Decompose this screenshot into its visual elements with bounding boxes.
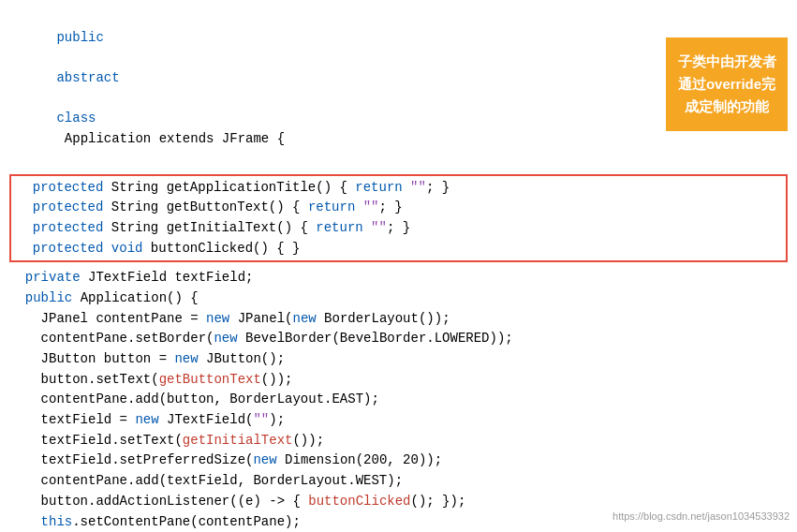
space2: [56, 91, 64, 106]
code-line-9: textField.setText(getInitialText());: [9, 431, 788, 451]
highlight-line-2: protected String getButtonText() { retur…: [17, 198, 780, 218]
code-line-1: private JTextField textField;: [9, 268, 788, 288]
highlighted-block: protected String getApplicationTitle() {…: [9, 174, 788, 263]
code-line-4: contentPane.setBorder(new BevelBorder(Be…: [9, 329, 788, 349]
main-container: public abstract class Application extend…: [0, 0, 797, 532]
highlight-line-4: protected void buttonClicked() { }: [17, 239, 780, 259]
keyword-abstract: abstract: [56, 70, 119, 85]
class-name: Application extends JFrame {: [56, 131, 285, 146]
code-line-3: JPanel contentPane = new JPanel(new Bord…: [9, 309, 788, 330]
code-block-content: protected String getApplicationTitle() {…: [17, 178, 780, 259]
space1: [56, 50, 64, 65]
annotation-box: 子类中由开发者通过override完成定制的功能: [666, 37, 788, 131]
code-area: public abstract class Application extend…: [0, 0, 797, 532]
code-line-10: textField.setPreferredSize(new Dimension…: [9, 451, 788, 471]
code-line-5: JButton button = new JButton();: [9, 349, 788, 370]
watermark: https://blog.csdn.net/jason1034533932: [613, 509, 790, 525]
keyword-public: public: [56, 30, 103, 45]
code-line-2: public Application() {: [9, 288, 788, 309]
code-line-6: button.setText(getButtonText());: [9, 370, 788, 391]
highlight-line-1: protected String getApplicationTitle() {…: [17, 178, 780, 199]
code-line-7: contentPane.add(button, BorderLayout.EAS…: [9, 390, 788, 410]
highlight-line-3: protected String getInitialText() { retu…: [17, 218, 780, 239]
annotation-text: 子类中由开发者通过override完成定制的功能: [678, 53, 776, 114]
code-line-11: contentPane.add(textField, BorderLayout.…: [9, 471, 788, 492]
keyword-class: class: [56, 111, 96, 126]
code-line-8: textField = new JTextField("");: [9, 410, 788, 431]
